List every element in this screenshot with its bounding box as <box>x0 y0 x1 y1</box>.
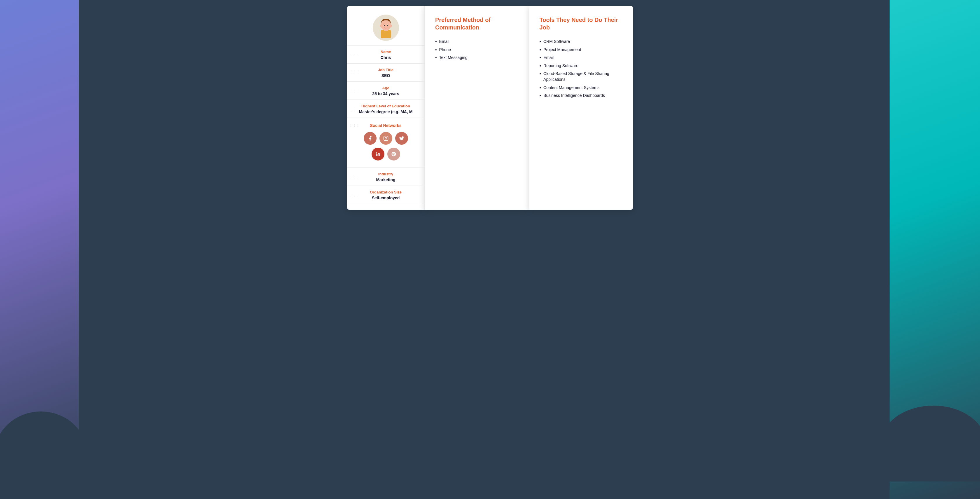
education-value: Master's degree (e.g. MA, M <box>353 110 418 114</box>
age-value: 25 to 34 years <box>353 91 418 96</box>
communication-list: Email Phone Text Messaging <box>435 38 519 62</box>
avatar-section <box>347 6 425 46</box>
svg-point-13 <box>375 152 377 153</box>
tools-list: CRM Software Project Management Email Re… <box>539 38 623 100</box>
social-section: Social Networks <box>347 118 425 168</box>
org-size-row: Organization Size Self-employed <box>347 186 425 204</box>
list-item: Project Management <box>539 46 623 54</box>
industry-label: Industry <box>353 172 418 176</box>
list-item: CRM Software <box>539 38 623 46</box>
list-item: Content Management Systems <box>539 84 623 92</box>
tools-card: Tools They Need to Do Their Job CRM Soft… <box>529 6 633 210</box>
age-label: Age <box>353 86 418 90</box>
name-label: Name <box>353 49 418 54</box>
list-item: Email <box>539 54 623 62</box>
social-title: Social Networks <box>353 123 418 128</box>
svg-point-5 <box>384 25 385 26</box>
linkedin-icon[interactable] <box>372 148 384 161</box>
job-title-label: Job Title <box>353 68 418 72</box>
industry-value: Marketing <box>353 177 418 182</box>
tools-title: Tools They Need to Do Their Job <box>539 16 623 31</box>
list-item: Text Messaging <box>435 54 519 62</box>
svg-rect-0 <box>381 30 391 38</box>
list-item: Business Intelligence Dashboards <box>539 92 623 100</box>
instagram-icon[interactable] <box>379 132 392 145</box>
list-item: Cloud-Based Storage & File Sharing Appli… <box>539 70 623 83</box>
svg-point-8 <box>390 25 392 27</box>
industry-row: Industry Marketing <box>347 168 425 186</box>
name-value: Chris <box>353 55 418 60</box>
profile-card: Name Chris Job Title SEO Age 25 to 34 ye… <box>347 6 425 210</box>
list-item: Reporting Software <box>539 62 623 70</box>
list-item: Phone <box>435 46 519 54</box>
twitter-icon[interactable] <box>395 132 408 145</box>
list-item: Email <box>435 38 519 46</box>
job-title-row: Job Title SEO <box>347 64 425 82</box>
education-label: Highest Level of Education <box>353 104 418 108</box>
social-icons-top <box>353 132 418 145</box>
job-title-value: SEO <box>353 73 418 78</box>
svg-point-2 <box>381 20 391 30</box>
persona-illustration <box>374 16 398 40</box>
avatar <box>373 14 399 41</box>
org-size-value: Self-employed <box>353 196 418 200</box>
svg-rect-12 <box>375 153 377 156</box>
pinterest-icon[interactable] <box>387 148 400 161</box>
age-row: Age 25 to 34 years <box>347 82 425 100</box>
svg-rect-9 <box>383 136 388 141</box>
svg-point-10 <box>385 137 387 139</box>
communication-title: Preferred Method of Communication <box>435 16 519 31</box>
facebook-icon[interactable] <box>364 132 377 145</box>
background-left <box>0 0 79 499</box>
communication-card: Preferred Method of Communication Email … <box>425 6 529 210</box>
name-row: Name Chris <box>347 46 425 64</box>
background-right <box>889 0 980 499</box>
svg-point-6 <box>387 25 388 26</box>
org-size-label: Organization Size <box>353 190 418 194</box>
education-row: Highest Level of Education Master's degr… <box>347 100 425 118</box>
svg-point-7 <box>380 25 382 27</box>
page-container: Name Chris Job Title SEO Age 25 to 34 ye… <box>347 6 633 210</box>
social-icons-bottom <box>353 148 418 161</box>
